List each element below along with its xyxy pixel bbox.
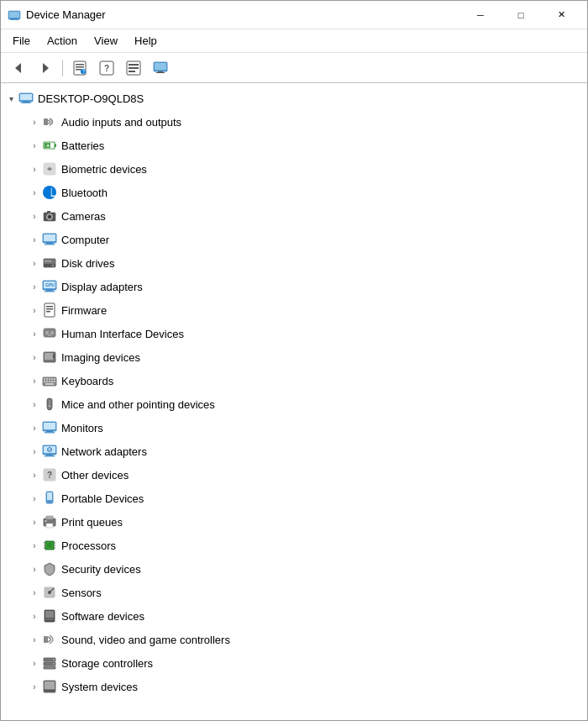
title-bar-controls: ─ □ ✕ xyxy=(461,4,580,26)
svg-rect-8 xyxy=(76,66,84,68)
list-item[interactable]: › Mice and other pointing devices xyxy=(1,392,587,416)
window-icon xyxy=(8,8,21,22)
title-bar-left: Device Manager xyxy=(8,8,106,22)
list-item[interactable]: › Storage controllers xyxy=(1,651,587,675)
list-item[interactable]: › Biometric devices xyxy=(1,157,587,181)
menu-action[interactable]: Action xyxy=(40,32,84,50)
svg-rect-17 xyxy=(129,71,135,72)
list-item[interactable]: › xyxy=(1,369,587,392)
svg-rect-109 xyxy=(45,618,54,620)
svg-point-75 xyxy=(49,405,51,408)
hid-icon xyxy=(41,325,58,342)
tree-root-item[interactable]: ▾ DESKTOP-O9QLD8S xyxy=(1,87,587,110)
svg-rect-24 xyxy=(23,102,29,103)
svg-rect-21 xyxy=(156,72,165,73)
svg-rect-71 xyxy=(51,381,53,382)
sensors-icon xyxy=(41,584,58,601)
svg-rect-72 xyxy=(54,381,55,382)
tree-area[interactable]: ▾ DESKTOP-O9QLD8S › xyxy=(1,83,587,720)
disk-icon xyxy=(41,255,58,271)
svg-rect-54 xyxy=(46,311,50,313)
forward-button[interactable] xyxy=(33,57,58,79)
item-label: Security devices xyxy=(61,563,141,576)
list-item[interactable]: › + Batteries xyxy=(1,134,587,157)
battery-icon: + xyxy=(41,137,58,154)
list-item[interactable]: › System devices xyxy=(1,675,587,698)
list-item[interactable]: › Portable Devices xyxy=(1,487,587,510)
list-item[interactable]: › Disk drives xyxy=(1,251,587,275)
svg-rect-78 xyxy=(46,431,53,432)
menu-help[interactable]: Help xyxy=(128,32,164,50)
list-item[interactable]: › Cameras xyxy=(1,204,587,228)
portable-icon xyxy=(41,490,58,507)
list-item[interactable]: › Human Interface Devices xyxy=(1,322,587,345)
list-item[interactable]: › Sound, video and game controllers xyxy=(1,628,587,651)
svg-point-44 xyxy=(52,265,55,267)
chevron-icon: › xyxy=(28,539,41,552)
back-button[interactable] xyxy=(6,57,31,79)
svg-rect-37 xyxy=(47,211,50,213)
svg-rect-89 xyxy=(47,492,52,500)
list-item[interactable]: › Monitors xyxy=(1,416,587,439)
display-icon: GPU xyxy=(41,278,58,295)
list-item[interactable]: › Firmware xyxy=(1,298,587,322)
item-label: Mice and other pointing devices xyxy=(61,398,215,411)
other-icon: ? xyxy=(41,466,58,483)
svg-rect-108 xyxy=(45,611,54,618)
svg-rect-15 xyxy=(129,64,139,66)
svg-rect-26 xyxy=(44,118,48,125)
close-button[interactable]: ✕ xyxy=(542,4,580,26)
software-icon xyxy=(41,608,58,624)
menu-file[interactable]: File xyxy=(6,32,37,50)
svg-rect-19 xyxy=(155,63,166,70)
svg-rect-84 xyxy=(46,455,53,455)
svg-rect-117 xyxy=(45,682,55,689)
maximize-button[interactable]: □ xyxy=(501,4,540,26)
svg-point-56 xyxy=(45,331,49,334)
svg-rect-40 xyxy=(46,243,53,244)
minimize-button[interactable]: ─ xyxy=(461,4,500,26)
help-button[interactable]: ? xyxy=(94,57,119,79)
root-label: DESKTOP-O9QLD8S xyxy=(38,92,144,105)
list-item[interactable]: › Sensors xyxy=(1,581,587,604)
chevron-icon: › xyxy=(28,633,41,646)
item-label: Human Interface Devices xyxy=(61,328,184,340)
list-item[interactable]: › ? Other devices xyxy=(1,463,587,487)
list-item[interactable]: › Network adapters xyxy=(1,439,587,463)
svg-rect-66 xyxy=(51,378,53,380)
monitor-button[interactable] xyxy=(148,57,173,79)
svg-text:?: ? xyxy=(47,471,52,480)
sound-icon xyxy=(41,631,58,648)
list-item[interactable]: › Audio inputs and outputs xyxy=(1,110,587,134)
menu-view[interactable]: View xyxy=(87,32,124,50)
svg-rect-85 xyxy=(45,455,55,457)
svg-text:?: ? xyxy=(104,64,109,73)
svg-rect-67 xyxy=(54,378,55,380)
svg-rect-28 xyxy=(55,144,56,147)
chevron-icon: › xyxy=(28,256,41,270)
item-label: Processors xyxy=(61,539,116,552)
device-manager-window: Device Manager ─ □ ✕ File Action View He… xyxy=(0,0,588,721)
item-label: Software devices xyxy=(61,610,144,623)
list-item[interactable]: › ⎿ Bluetooth xyxy=(1,181,587,204)
svg-rect-25 xyxy=(21,103,31,103)
svg-point-114 xyxy=(53,659,55,660)
svg-rect-94 xyxy=(45,520,47,522)
list-item[interactable]: › Imaging devices xyxy=(1,345,587,369)
svg-rect-51 xyxy=(45,303,55,317)
root-computer-icon xyxy=(18,90,34,107)
list-item[interactable]: › Print queues xyxy=(1,510,587,534)
properties-button[interactable]: ? xyxy=(67,57,92,79)
item-label: Sound, video and game controllers xyxy=(61,634,230,646)
list-item[interactable]: › Security devices xyxy=(1,557,587,581)
list-item[interactable]: › Software devices xyxy=(1,604,587,628)
chevron-icon: › xyxy=(28,562,41,576)
svg-text:?: ? xyxy=(82,69,85,74)
list-item[interactable]: › Processors xyxy=(1,534,587,557)
chevron-icon: › xyxy=(28,280,41,293)
list-item[interactable]: › Computer xyxy=(1,228,587,251)
svg-rect-97 xyxy=(47,543,52,548)
list-item[interactable]: › GPU Display adapters xyxy=(1,275,587,298)
update-button[interactable] xyxy=(121,57,146,79)
chevron-icon: › xyxy=(28,515,41,529)
